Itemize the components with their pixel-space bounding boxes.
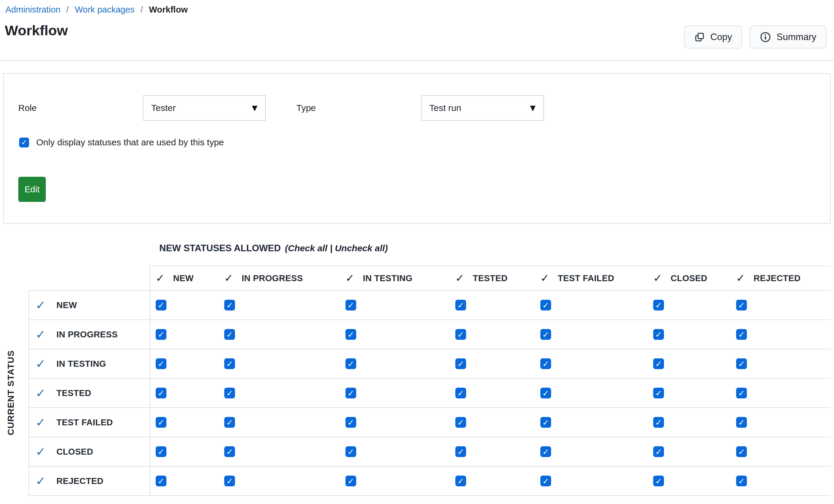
transition-checkbox[interactable]: ✓ [540, 358, 551, 369]
transition-checkbox[interactable]: ✓ [455, 358, 466, 369]
check-icon: ✓ [156, 273, 164, 283]
transition-checkbox[interactable]: ✓ [346, 329, 356, 340]
table-row: ✓CLOSED ✓ ✓ ✓ ✓ ✓ ✓ ✓ [29, 437, 830, 466]
transition-checkbox[interactable]: ✓ [653, 329, 664, 340]
transition-checkbox[interactable]: ✓ [224, 446, 235, 457]
transition-checkbox[interactable]: ✓ [653, 300, 664, 311]
transition-checkbox[interactable]: ✓ [346, 388, 356, 398]
transition-checkbox[interactable]: ✓ [224, 300, 235, 311]
transition-checkbox[interactable]: ✓ [736, 417, 747, 428]
transition-checkbox[interactable]: ✓ [346, 417, 356, 428]
transition-checkbox[interactable]: ✓ [653, 476, 664, 486]
transition-checkbox[interactable]: ✓ [653, 417, 664, 428]
copy-button[interactable]: Copy [684, 25, 742, 48]
transition-checkbox[interactable]: ✓ [224, 476, 235, 486]
transition-checkbox[interactable]: ✓ [736, 300, 747, 311]
transition-checkbox[interactable]: ✓ [540, 388, 551, 398]
transition-checkbox[interactable]: ✓ [224, 329, 235, 340]
transition-checkbox[interactable]: ✓ [156, 476, 167, 486]
only-display-label: Only display statuses that are used by t… [36, 137, 224, 147]
copy-button-label: Copy [710, 32, 732, 43]
transition-checkbox[interactable]: ✓ [540, 446, 551, 457]
transition-checkbox[interactable]: ✓ [346, 300, 356, 311]
breadcrumb-link-work-packages[interactable]: Work packages [75, 5, 134, 14]
matrix-corner-cell [29, 266, 150, 291]
check-icon: ✓ [36, 475, 46, 487]
transition-checkbox[interactable]: ✓ [736, 476, 747, 486]
edit-button[interactable]: Edit [18, 177, 46, 202]
page-title: Workflow [5, 22, 68, 39]
transition-checkbox[interactable]: ✓ [736, 329, 747, 340]
transition-checkbox[interactable]: ✓ [736, 446, 747, 457]
column-header-in-testing: ✓IN TESTING [340, 266, 450, 291]
transition-checkbox[interactable]: ✓ [156, 358, 167, 369]
transition-checkbox[interactable]: ✓ [156, 388, 167, 398]
type-select[interactable]: Test run ▼ [421, 95, 544, 121]
check-icon: ✓ [346, 273, 354, 283]
transition-checkbox[interactable]: ✓ [455, 388, 466, 398]
toolbar: Copy Summary [684, 25, 827, 48]
transition-checkbox[interactable]: ✓ [455, 446, 466, 457]
role-label: Role [18, 95, 37, 121]
summary-button-label: Summary [776, 32, 816, 43]
transition-checkbox[interactable]: ✓ [156, 446, 167, 457]
only-display-row: ✓ Only display statuses that are used by… [19, 137, 224, 147]
transition-checkbox[interactable]: ✓ [156, 329, 167, 340]
transition-checkbox[interactable]: ✓ [653, 388, 664, 398]
column-header-in-progress: ✓IN PROGRESS [219, 266, 340, 291]
table-row: ✓TESTED ✓ ✓ ✓ ✓ ✓ ✓ ✓ [29, 379, 830, 408]
transition-checkbox[interactable]: ✓ [653, 358, 664, 369]
breadcrumb: Administration / Work packages / Workflo… [5, 3, 188, 16]
row-header-rejected: ✓REJECTED [29, 466, 150, 496]
summary-button[interactable]: Summary [750, 25, 827, 48]
transition-checkbox[interactable]: ✓ [346, 446, 356, 457]
transition-checkbox[interactable]: ✓ [540, 417, 551, 428]
column-header-closed: ✓CLOSED [648, 266, 731, 291]
only-display-checkbox[interactable]: ✓ [19, 138, 29, 147]
matrix-caption: NEW STATUSES ALLOWED(Check all | Uncheck… [159, 243, 388, 254]
copy-icon [694, 32, 705, 43]
matrix-caption-title: NEW STATUSES ALLOWED [159, 243, 281, 253]
check-icon: ✓ [540, 273, 549, 283]
breadcrumb-link-administration[interactable]: Administration [5, 5, 61, 14]
column-header-test-failed: ✓TEST FAILED [535, 266, 648, 291]
table-row: ✓TEST FAILED ✓ ✓ ✓ ✓ ✓ ✓ ✓ [29, 408, 830, 437]
transition-checkbox[interactable]: ✓ [346, 358, 356, 369]
transition-checkbox[interactable]: ✓ [540, 329, 551, 340]
transition-checkbox[interactable]: ✓ [455, 476, 466, 486]
transition-checkbox[interactable]: ✓ [736, 388, 747, 398]
transition-checkbox[interactable]: ✓ [224, 358, 235, 369]
column-header-tested: ✓TESTED [450, 266, 535, 291]
transition-checkbox[interactable]: ✓ [540, 300, 551, 311]
transition-checkbox[interactable]: ✓ [346, 476, 356, 486]
breadcrumb-current-workflow: Workflow [149, 5, 188, 14]
transition-checkbox[interactable]: ✓ [455, 300, 466, 311]
row-header-tested: ✓TESTED [29, 379, 150, 408]
transition-checkbox[interactable]: ✓ [156, 417, 167, 428]
transition-checkbox[interactable]: ✓ [224, 417, 235, 428]
transition-checkbox[interactable]: ✓ [224, 388, 235, 398]
column-header-rejected: ✓REJECTED [731, 266, 830, 291]
workflow-filter-panel: Role Tester ▼ Type Test run ▼ ✓ Only dis… [3, 73, 831, 224]
role-select[interactable]: Tester ▼ [143, 95, 266, 121]
row-header-test-failed: ✓TEST FAILED [29, 408, 150, 437]
check-icon: ✓ [455, 273, 464, 283]
transition-checkbox[interactable]: ✓ [455, 417, 466, 428]
breadcrumb-separator: / [140, 5, 143, 14]
check-icon: ✓ [36, 387, 46, 399]
breadcrumb-separator: / [66, 5, 69, 14]
transition-checkbox[interactable]: ✓ [653, 446, 664, 457]
type-label: Type [297, 95, 316, 121]
table-row: ✓NEW ✓ ✓ ✓ ✓ ✓ ✓ ✓ [29, 291, 830, 320]
column-header-new: ✓NEW [150, 266, 219, 291]
check-icon: ✓ [36, 358, 46, 370]
transition-checkbox[interactable]: ✓ [156, 300, 167, 311]
transition-checkbox[interactable]: ✓ [736, 358, 747, 369]
row-header-in-testing: ✓IN TESTING [29, 349, 150, 379]
role-select-value: Tester [151, 103, 176, 113]
transition-checkbox[interactable]: ✓ [540, 476, 551, 486]
check-all-uncheck-all-links[interactable]: (Check all | Uncheck all) [285, 243, 388, 253]
transition-checkbox[interactable]: ✓ [455, 329, 466, 340]
check-icon: ✓ [36, 416, 46, 428]
check-icon: ✓ [736, 273, 745, 283]
